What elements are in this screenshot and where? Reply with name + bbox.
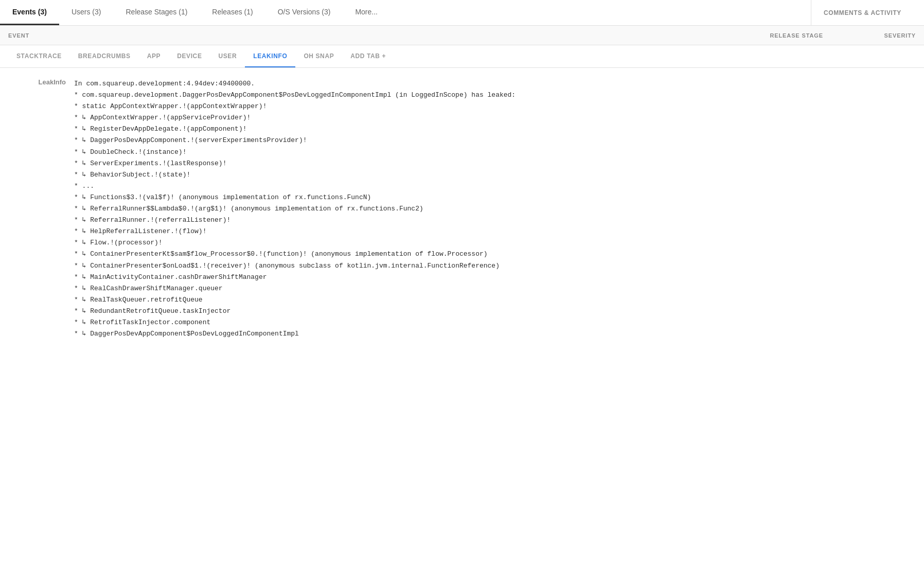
tab-breadcrumbs[interactable]: BREADCRUMBS [70,45,139,67]
sub-tab-bar: STACKTRACE BREADCRUMBS APP DEVICE USER L… [0,45,924,68]
tab-more[interactable]: More... [343,0,390,25]
tab-leakinfo[interactable]: LEAKINFO [245,45,295,67]
tab-os-versions[interactable]: O/S Versions (3) [265,0,343,25]
tab-device[interactable]: DEVICE [169,45,210,67]
tab-stacktrace[interactable]: STACKTRACE [8,45,70,67]
leak-info-code: In com.squareup.development:4.94dev:4940… [74,78,516,340]
leak-info-block: LeakInfo In com.squareup.development:4.9… [12,78,912,340]
top-tab-bar: Events (3) Users (3) Release Stages (1) … [0,0,924,26]
tab-releases[interactable]: Releases (1) [200,0,265,25]
tab-addtab[interactable]: ADD TAB + [342,45,394,67]
tab-user[interactable]: USER [210,45,245,67]
column-headers: EVENT RELEASE STAGE SEVERITY [0,26,924,45]
column-release-stage: RELEASE STAGE [741,32,844,39]
main-content: LeakInfo In com.squareup.development:4.9… [0,68,924,350]
tab-users[interactable]: Users (3) [59,0,114,25]
column-event: EVENT [8,32,741,39]
top-tabs-left: Events (3) Users (3) Release Stages (1) … [0,0,811,25]
tab-events[interactable]: Events (3) [0,0,59,25]
tab-ohsnap[interactable]: OH SNAP [295,45,342,67]
comments-activity-tab[interactable]: COMMENTS & ACTIVITY [811,0,924,25]
tab-app[interactable]: APP [139,45,169,67]
column-severity: SEVERITY [844,32,916,39]
tab-release-stages[interactable]: Release Stages (1) [113,0,200,25]
leak-info-label: LeakInfo [12,78,74,340]
